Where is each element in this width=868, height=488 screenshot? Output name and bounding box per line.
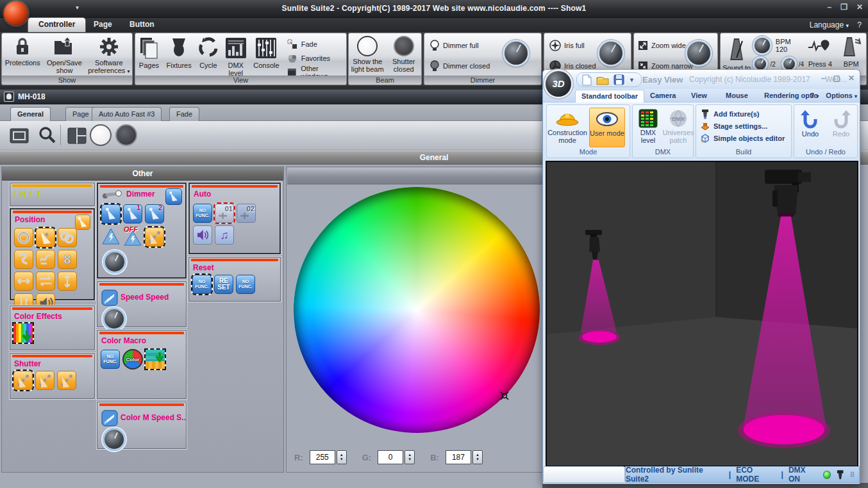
ev-help-menu[interactable]: ? — [810, 92, 814, 99]
dimmer-knob[interactable] — [503, 40, 530, 67]
speed-knob[interactable] — [103, 307, 126, 330]
easyview-titlebar[interactable]: 3D ▼ Easy View Copyright (c) Nicolaudie … — [543, 70, 860, 89]
pos-wave-button[interactable] — [36, 250, 55, 269]
pos-curve-button[interactable] — [14, 250, 33, 269]
stage-settings-button[interactable]: Stage settings... — [696, 120, 791, 132]
favorites-button[interactable]: Favorites — [287, 51, 346, 65]
shutter-strobe3-button[interactable] — [57, 371, 76, 390]
blue-up-down[interactable]: ▲▼ — [472, 450, 483, 464]
fade-button[interactable]: Fade — [287, 37, 346, 51]
reset-reset-button[interactable]: RESET — [214, 275, 233, 294]
cycle-button[interactable]: Cycle — [195, 33, 221, 69]
help-button[interactable]: ? — [857, 20, 862, 29]
auto-02-button[interactable]: 02 — [237, 204, 256, 223]
open-save-show-button[interactable]: Open/Save show — [44, 33, 85, 74]
tab-page[interactable]: Page — [83, 18, 122, 32]
pos-pan-button[interactable] — [14, 272, 33, 291]
qat-dropdown-icon[interactable]: ▼ — [629, 77, 635, 83]
ev-tab-mouse[interactable]: Mouse — [720, 90, 754, 102]
shutter-strobe2-button[interactable] — [35, 371, 54, 390]
save-icon[interactable] — [613, 74, 624, 85]
ev-tab-camera[interactable]: Camera — [644, 90, 681, 102]
color-effect-rainbow-button[interactable] — [13, 323, 33, 343]
fixtures-button[interactable]: Fixtures — [163, 33, 196, 69]
layout-tool[interactable] — [67, 126, 87, 146]
green-spinner[interactable]: 0 ▲▼ — [378, 450, 415, 464]
dimmer-beam2-button[interactable]: 2 — [145, 204, 164, 224]
pos-circle-button[interactable] — [14, 228, 33, 247]
easyview-minimize-button[interactable]: – — [821, 74, 826, 83]
reset-nofunc1-button[interactable]: NOFUNC. — [192, 275, 212, 294]
show-light-beam-button[interactable]: Show the light beam — [350, 33, 385, 73]
color-m-speed-knob[interactable] — [103, 428, 126, 451]
dimmer-full-button[interactable]: Dimmer full — [430, 37, 479, 54]
dimmer-section-knob[interactable] — [103, 250, 126, 273]
dimmer-off-button[interactable]: OFF — [123, 227, 142, 247]
ev-tab-view[interactable]: View — [685, 90, 713, 102]
beam-open-toggle[interactable] — [90, 124, 112, 146]
zoom-knob[interactable] — [685, 40, 712, 67]
position-beam-button[interactable] — [75, 215, 90, 230]
maximize-button[interactable]: ❐ — [840, 3, 847, 12]
green-value[interactable]: 0 — [378, 450, 403, 464]
universes-patch-button[interactable]: DMX Universes patch — [663, 108, 694, 147]
pos-figure8-button[interactable]: 8 — [58, 250, 77, 269]
window-view-tool[interactable] — [9, 126, 29, 146]
pos-pan2-button[interactable] — [36, 272, 55, 291]
press-bpm-button[interactable]: Press 4 — [804, 33, 836, 68]
easyview-3d-logo[interactable]: 3D — [546, 71, 571, 97]
auto-nofunc-button[interactable]: NOFUNC. — [193, 204, 212, 223]
pos-double-circle-button[interactable] — [58, 228, 77, 247]
mh-tab-fade[interactable]: Fade — [169, 107, 199, 121]
beam-closed-toggle[interactable] — [115, 124, 137, 146]
iris-full-button[interactable]: Iris full — [549, 37, 585, 54]
dimmer-closed-button[interactable]: Dimmer closed — [430, 58, 490, 74]
bpm-tap-button[interactable]: BPM — [836, 33, 866, 68]
dimmer-flash-button[interactable] — [101, 227, 121, 246]
dmx-level-button[interactable]: DMX level — [221, 33, 250, 77]
console-button[interactable]: Console — [250, 33, 283, 69]
ev-tab-standard-toolbar[interactable]: Standard toolbar — [575, 90, 644, 102]
open-folder-icon[interactable] — [596, 74, 609, 86]
pages-button[interactable]: Pages — [135, 33, 163, 69]
add-fixtures-button[interactable]: Add fixture(s) — [696, 108, 791, 120]
dimmer-beam-small-button[interactable] — [165, 188, 182, 205]
easyview-close-button[interactable]: ✕ — [848, 74, 855, 83]
easyview-maximize-button[interactable]: ▢ — [833, 74, 840, 83]
macro-grid-button[interactable] — [146, 350, 165, 369]
simple-objects-editor-button[interactable]: Simple objects editor — [696, 132, 791, 144]
iris-knob[interactable] — [597, 40, 624, 67]
undo-button[interactable]: Undo — [796, 108, 825, 147]
tab-controller[interactable]: Controller — [28, 18, 85, 32]
bpm-knob[interactable] — [753, 36, 771, 55]
dimmer-dots-button[interactable] — [145, 227, 164, 247]
dimmer-beam-button[interactable] — [101, 204, 121, 224]
sunlite-logo[interactable] — [4, 1, 28, 26]
auto-01-button[interactable]: 01 — [215, 204, 234, 223]
auto-sound-button[interactable] — [193, 225, 212, 245]
new-document-icon[interactable] — [582, 74, 592, 86]
macro-color-button[interactable]: Color — [122, 349, 143, 370]
auto-music-button[interactable]: ♫ — [215, 225, 234, 245]
section-init[interactable]: INIT — [10, 183, 95, 206]
mh-tab-auto-fast[interactable]: Auto Auto Fast #3 — [92, 107, 162, 121]
pos-center-button[interactable] — [36, 228, 55, 247]
zoom-wide-button[interactable]: Zoom wide — [638, 37, 686, 54]
easyview-3d-viewport[interactable] — [546, 161, 858, 467]
red-value[interactable]: 255 — [310, 450, 335, 464]
macro-nofunc-button[interactable]: NOFUNC. — [101, 350, 120, 369]
green-up-down[interactable]: ▲▼ — [405, 450, 415, 464]
redo-button[interactable]: Redo — [826, 108, 856, 147]
user-mode-button[interactable]: User mode — [589, 108, 625, 147]
blue-value[interactable]: 187 — [446, 450, 471, 464]
pos-tilt-button[interactable] — [58, 272, 77, 291]
red-spinner[interactable]: 255 ▲▼ — [310, 450, 347, 464]
reset-nofunc2-button[interactable]: NOFUNC. — [236, 275, 255, 294]
resize-grip[interactable]: ⠿ — [850, 471, 855, 478]
magnifier-tool[interactable] — [37, 126, 56, 146]
protections-button[interactable]: Protections — [3, 33, 42, 67]
construction-mode-button[interactable]: Construction mode — [549, 108, 586, 147]
ev-options-menu[interactable]: Options — [826, 92, 853, 99]
shutter-closed-button[interactable]: Shutter closed — [388, 33, 420, 73]
red-up-down[interactable]: ▲▼ — [337, 450, 347, 464]
